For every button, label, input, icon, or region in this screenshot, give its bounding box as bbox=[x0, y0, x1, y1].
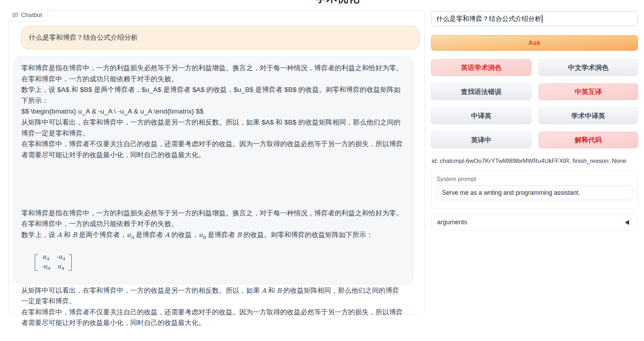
quick-button-find-grammar-errors[interactable]: 查找语法错误 bbox=[431, 83, 531, 100]
bot-rendered-paragraph-2: 从矩阵中可以看出，在零和博弈中，一方的收益是另一方的相反数。所以，如果 A 和 … bbox=[21, 285, 405, 329]
system-prompt-value: Serve me as a writing and programming as… bbox=[442, 189, 580, 197]
chatbot-panel-label: Chatbot bbox=[8, 10, 48, 21]
text-cursor bbox=[542, 15, 542, 23]
system-prompt-input[interactable]: Serve me as a writing and programming as… bbox=[437, 186, 632, 200]
user-message-bubble: 什么是零和博弈？结合公式介绍分析 bbox=[21, 26, 420, 49]
quick-button-en-to-zh[interactable]: 英译中 bbox=[431, 132, 531, 148]
matrix-left-bracket bbox=[35, 254, 38, 271]
arguments-accordion-header[interactable]: arguments bbox=[431, 214, 638, 231]
quick-action-grid: 英语学术润色 中文学术润色 查找语法错误 中英互译 中译英 学术中译英 英译中 … bbox=[431, 59, 638, 148]
matrix-right-bracket bbox=[69, 254, 72, 271]
chatbot-panel: Chatbot 什么是零和博弈？结合公式介绍分析 零和博弈是指在博弈中，一方的利… bbox=[8, 10, 425, 315]
quick-button-chinese-academic-polish[interactable]: 中文学术润色 bbox=[539, 59, 638, 76]
bot-rendered-paragraph-1: 零和博弈是指在博弈中，一方的利益损失必然等于另一方的利益增益。换言之，对于每一种… bbox=[21, 208, 405, 243]
quick-button-english-academic-polish[interactable]: 英语学术润色 bbox=[431, 59, 531, 76]
bot-message-bubble: 零和博弈是指在博弈中，一方的利益损失必然等于另一方的利益增益。换言之，对于每一种… bbox=[13, 56, 413, 284]
user-message-text: 什么是零和博弈？结合公式介绍分析 bbox=[29, 34, 138, 41]
quick-button-academic-zh-to-en[interactable]: 学术中译英 bbox=[539, 108, 638, 124]
chatbot-panel-label-text: Chatbot bbox=[21, 12, 42, 19]
payoff-matrix: uA -uA -uA uA bbox=[35, 254, 72, 271]
matrix-cell-11: uA bbox=[58, 263, 64, 272]
ask-button-label: Ask bbox=[528, 39, 541, 47]
page-title-text: 学术优化 bbox=[315, 0, 365, 4]
page-title-underline bbox=[315, 4, 362, 5]
accordion-collapsed-arrow-icon bbox=[625, 220, 629, 225]
bot-message-rendered: 零和博弈是指在博弈中，一方的利益损失必然等于另一方的利益增益。换言之，对于每一种… bbox=[21, 186, 405, 341]
question-input[interactable]: 什么是零和博弈？结合公式介绍分析 bbox=[431, 11, 638, 26]
matrix-cell-10: -uA bbox=[42, 263, 50, 272]
system-prompt-label: System prompt bbox=[437, 176, 632, 182]
quick-button-zh-en-mutual-translate[interactable]: 中英互译 bbox=[539, 83, 638, 100]
ask-button[interactable]: Ask bbox=[431, 35, 638, 51]
response-status-line: id: chatcmpl-6wOo7KrYTwMl89lbrMWRu4UkFFX… bbox=[431, 158, 638, 165]
question-input-value: 什么是零和博弈？结合公式介绍分析 bbox=[436, 14, 541, 23]
system-prompt-group: System prompt Serve me as a writing and … bbox=[431, 171, 638, 209]
quick-button-explain-code[interactable]: 解释代码 bbox=[539, 132, 638, 148]
chat-bubble-icon bbox=[12, 12, 18, 18]
page-title: 学术优化 bbox=[315, 0, 365, 4]
matrix-cell-01: -uA bbox=[56, 253, 65, 263]
arguments-accordion-label: arguments bbox=[437, 219, 467, 226]
quick-button-zh-to-en[interactable]: 中译英 bbox=[431, 108, 531, 124]
bot-message-raw: 零和博弈是指在博弈中，一方的利益损失必然等于另一方的利益增益。换言之，对于每一种… bbox=[21, 63, 405, 160]
matrix-cell-00: uA bbox=[43, 253, 49, 263]
